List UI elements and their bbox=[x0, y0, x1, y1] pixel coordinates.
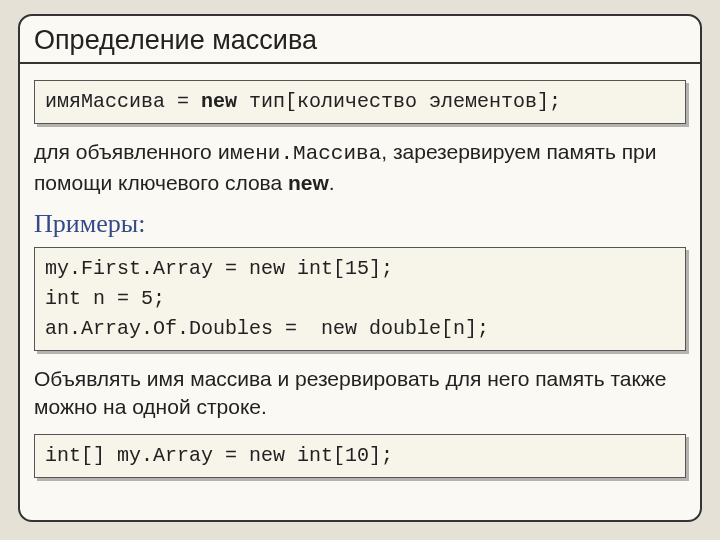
slide-title: Определение массива bbox=[20, 16, 700, 64]
code-oneline: int[] my.Array = new int[10]; bbox=[34, 434, 686, 478]
paragraph-2: Объявлять имя массива и резервировать дл… bbox=[34, 365, 686, 422]
code-text: тип[количество элементов]; bbox=[237, 90, 561, 113]
para1-t1: для объявленного bbox=[34, 140, 217, 163]
code-text: имяМассива = bbox=[45, 90, 201, 113]
slide-card: Определение массива имяМассива = new тип… bbox=[18, 14, 702, 522]
examples-subheading: Примеры: bbox=[34, 209, 686, 239]
code-syntax: имяМассива = new тип[количество элементо… bbox=[34, 80, 686, 124]
slide-body: имяМассива = new тип[количество элементо… bbox=[20, 64, 700, 477]
code-examples: my.First.Array = new int[15]; int n = 5;… bbox=[34, 247, 686, 351]
para1-mono: имени.Массива bbox=[217, 142, 381, 165]
code-keyword-new: new bbox=[201, 90, 237, 113]
para1-bold: new bbox=[288, 171, 329, 194]
para1-t3: . bbox=[329, 171, 335, 194]
paragraph-1: для объявленного имени.Массива, зарезерв… bbox=[34, 138, 686, 197]
